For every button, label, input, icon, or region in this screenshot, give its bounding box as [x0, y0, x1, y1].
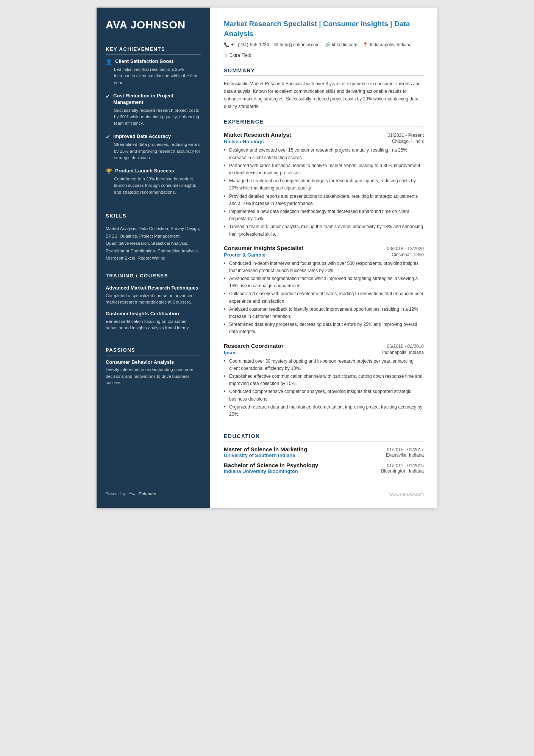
- footer-url: www.enhancv.com: [389, 492, 424, 496]
- exp-date: 01/2021 - Present: [388, 133, 424, 138]
- experience-item: Market Research Analyst 01/2021 - Presen…: [224, 131, 424, 238]
- exp-date: 06/2016 - 02/2018: [387, 344, 424, 349]
- main-header: Market Research Specialist | Consumer In…: [224, 19, 424, 60]
- bullet-item: Conducted in-depth interviews and focus …: [224, 260, 424, 274]
- education-list: Master of Science in Marketing 01/2015 -…: [224, 446, 424, 474]
- edu-date: 01/2011 - 01/2015: [387, 463, 424, 468]
- exp-bullets: Coordinated over 30 mystery shopping and…: [224, 358, 424, 418]
- training-item-desc: Earned certification focusing on consume…: [106, 318, 201, 332]
- contact-item: ☆Extra Field: [224, 53, 251, 58]
- bullet-item: Coordinated over 30 mystery shopping and…: [224, 358, 424, 372]
- resume-container: AVA JOHNSON KEY ACHIEVEMENTS 👤 Client Sa…: [97, 8, 437, 508]
- contact-icon: 📍: [362, 42, 368, 47]
- edu-school: University of Southern Indiana: [224, 452, 295, 458]
- training-item-desc: Completed a specialized course on advanc…: [106, 293, 201, 306]
- exp-job-title: Research Coordinator: [224, 343, 284, 349]
- exp-company: Procter & Gamble: [224, 252, 265, 258]
- passions-section: PASSIONS Consumer Behavior Analysis Deep…: [106, 347, 201, 386]
- achievement-item: 👤 Client Satisfaction Boost Led initiati…: [106, 58, 201, 86]
- education-section: EDUCATION Master of Science in Marketing…: [224, 433, 424, 478]
- edu-degree: Bachelor of Science in Psychology: [224, 462, 318, 468]
- bullet-item: Trained a team of 5 junior analysts, rai…: [224, 223, 424, 238]
- experience-title: EXPERIENCE: [224, 119, 424, 127]
- contact-icon: 📞: [224, 42, 230, 47]
- bullet-item: Advanced consumer segmentation tactics w…: [224, 275, 424, 290]
- achievement-item: ✔ Cost Reduction in Project Management S…: [106, 93, 201, 127]
- education-title: EDUCATION: [224, 433, 424, 441]
- edu-date: 01/2015 - 01/2017: [387, 447, 424, 452]
- training-list: Advanced Market Research Techniques Comp…: [106, 285, 201, 332]
- achievement-title: Product Launch Success: [115, 168, 174, 174]
- edu-school: Indiana University Bloomington: [224, 468, 298, 474]
- achievement-icon: 🏆: [106, 168, 112, 174]
- candidate-name: AVA JOHNSON: [106, 19, 201, 31]
- training-item: Customer Insights Certification Earned c…: [106, 311, 201, 331]
- exp-job-title: Consumer Insights Specialist: [224, 245, 303, 251]
- summary-section: SUMMARY Enthusiastic Market Research Spe…: [224, 67, 424, 110]
- contact-item: 📞+1-(234)-555-1234: [224, 42, 269, 47]
- edu-location: Bloomington, Indiana: [381, 468, 424, 474]
- achievement-desc: Contributed to a 20% increase in product…: [106, 176, 201, 196]
- contact-item: 🔗linkedin.com: [325, 42, 358, 47]
- exp-location: Cincinnati, Ohio: [392, 252, 424, 258]
- contact-icon: ☆: [224, 53, 228, 58]
- powered-by-label: Powered by: [106, 492, 126, 496]
- skills-section: SKILLS Market Analysis, Data Collection,…: [106, 213, 201, 262]
- training-item: Advanced Market Research Techniques Comp…: [106, 285, 201, 305]
- passion-desc: Deeply interested in understanding consu…: [106, 366, 201, 386]
- contact-text: Extra Field: [230, 53, 251, 58]
- achievement-desc: Successfully reduced research project co…: [106, 107, 201, 127]
- passions-title: PASSIONS: [106, 347, 201, 355]
- edu-degree: Master of Science in Marketing: [224, 446, 307, 452]
- achievements-list: 👤 Client Satisfaction Boost Led initiati…: [106, 58, 201, 196]
- achievement-item: ✔ Improved Data Accuracy Streamlined dat…: [106, 133, 201, 161]
- achievement-item: 🏆 Product Launch Success Contributed to …: [106, 168, 201, 196]
- achievement-icon: ✔: [106, 134, 110, 140]
- experience-item: Research Coordinator 06/2016 - 02/2018 I…: [224, 343, 424, 418]
- contact-icon: 🔗: [325, 42, 331, 47]
- exp-job-title: Market Research Analyst: [224, 131, 291, 138]
- achievement-title: Improved Data Accuracy: [113, 133, 171, 140]
- passions-list: Consumer Behavior Analysis Deeply intere…: [106, 359, 201, 386]
- bullet-item: Established effective communication chan…: [224, 373, 424, 387]
- training-item-title: Customer Insights Certification: [106, 311, 201, 317]
- main-content: Market Research Specialist | Consumer In…: [210, 8, 437, 508]
- experience-list: Market Research Analyst 01/2021 - Presen…: [224, 131, 424, 418]
- achievement-title: Client Satisfaction Boost: [115, 58, 173, 65]
- achievement-title: Cost Reduction in Project Management: [113, 93, 201, 106]
- bullet-item: Organized research data and maintained d…: [224, 404, 424, 418]
- enhancv-logo-icon: [128, 491, 136, 496]
- exp-date: 03/2018 - 12/2020: [387, 246, 424, 251]
- contact-item: ✉help@enhancv.com: [274, 42, 319, 47]
- summary-title: SUMMARY: [224, 67, 424, 76]
- contact-icon: ✉: [274, 42, 278, 47]
- contact-item: 📍Indianapolis, Indiana: [362, 42, 411, 47]
- exp-bullets: Designed and executed over 15 consumer r…: [224, 147, 424, 238]
- bullet-item: Analyzed customer feedback to identify p…: [224, 306, 424, 320]
- achievement-icon: ✔: [106, 93, 110, 99]
- exp-bullets: Conducted in-depth interviews and focus …: [224, 260, 424, 336]
- education-item: Master of Science in Marketing 01/2015 -…: [224, 446, 424, 458]
- exp-company: Nielsen Holdings: [224, 139, 264, 144]
- summary-text: Enthusiastic Market Research Specialist …: [224, 80, 424, 110]
- main-footer: www.enhancv.com: [224, 486, 424, 496]
- exp-company: Ipsos: [224, 350, 237, 355]
- passion-title: Consumer Behavior Analysis: [106, 359, 201, 365]
- bullet-item: Managed recruitment and compensation bud…: [224, 177, 424, 192]
- key-achievements-section: KEY ACHIEVEMENTS 👤 Client Satisfaction B…: [106, 46, 201, 202]
- bullet-item: Designed and executed over 15 consumer r…: [224, 147, 424, 161]
- job-title: Market Research Specialist | Consumer In…: [224, 19, 424, 38]
- edu-location: Evansville, Indiana: [386, 452, 424, 458]
- training-title: TRAINING / COURSES: [106, 273, 201, 281]
- exp-location: Indianapolis, Indiana: [382, 350, 424, 355]
- experience-item: Consumer Insights Specialist 03/2018 - 1…: [224, 245, 424, 336]
- skills-text: Market Analysis, Data Collection, Survey…: [106, 225, 201, 262]
- bullet-item: Streamlined data entry processes, decrea…: [224, 321, 424, 335]
- contact-text: +1-(234)-555-1234: [231, 42, 269, 47]
- contact-text: linkedin.com: [332, 42, 358, 47]
- key-achievements-title: KEY ACHIEVEMENTS: [106, 46, 201, 55]
- training-item-title: Advanced Market Research Techniques: [106, 285, 201, 291]
- training-section: TRAINING / COURSES Advanced Market Resea…: [106, 273, 201, 337]
- contacts-row: 📞+1-(234)-555-1234✉help@enhancv.com🔗link…: [224, 42, 424, 58]
- education-item: Bachelor of Science in Psychology 01/201…: [224, 462, 424, 474]
